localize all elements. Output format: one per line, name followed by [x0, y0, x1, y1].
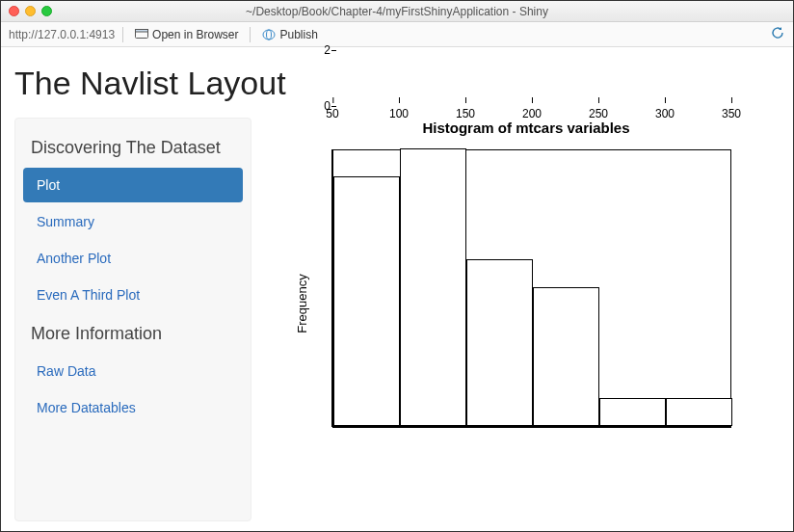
svg-point-2: [263, 30, 275, 40]
refresh-button[interactable]: [770, 25, 785, 43]
x-tick: 250: [589, 107, 608, 120]
y-tick: 4: [313, 0, 331, 2]
plot-frame: [332, 149, 731, 427]
navlist-item-third-plot[interactable]: Even A Third Plot: [23, 278, 243, 312]
navlist-item-summary[interactable]: Summary: [23, 204, 243, 239]
histogram-bar: [666, 398, 732, 426]
histogram-bar: [400, 148, 466, 426]
histogram-bar: [466, 259, 533, 426]
navlist-item-another-plot[interactable]: Another Plot: [23, 241, 243, 276]
navlist-item-raw-data[interactable]: Raw Data: [23, 354, 243, 388]
svg-point-3: [267, 30, 272, 40]
toolbar-separator: [250, 27, 251, 42]
window-title: ~/Desktop/Book/Chapter-4/myFirstShinyApp…: [1, 5, 793, 18]
histogram-bar: [333, 176, 400, 426]
main-body: Discovering The Dataset Plot Summary Ano…: [14, 118, 780, 521]
page-content: The Navlist Layout Discovering The Datas…: [1, 47, 793, 531]
toolbar-separator: [122, 27, 123, 42]
x-tick: 100: [389, 107, 409, 120]
x-tick: 350: [722, 107, 741, 120]
publish-icon: [262, 29, 276, 40]
traffic-lights: [1, 6, 52, 16]
x-axis-line: [332, 427, 731, 428]
y-tick: 2: [313, 43, 331, 57]
plot-panel: Histogram of mtcars variables Frequency …: [273, 118, 780, 521]
close-window-button[interactable]: [9, 6, 19, 16]
navlist-header: More Information: [23, 314, 243, 354]
svg-rect-1: [136, 29, 148, 32]
y-axis-label: Frequency: [295, 274, 309, 332]
navlist-panel: Discovering The Dataset Plot Summary Ano…: [14, 118, 251, 521]
refresh-icon: [770, 25, 785, 40]
open-in-browser-button[interactable]: Open in Browser: [131, 26, 242, 43]
x-tick: 200: [522, 107, 542, 120]
navlist-item-plot[interactable]: Plot: [23, 168, 243, 202]
app-toolbar: http://127.0.0.1:4913 Open in Browser Pu…: [1, 22, 793, 47]
chart-title: Histogram of mtcars variables: [273, 120, 780, 136]
url-display: http://127.0.0.1:4913: [9, 28, 115, 41]
navlist-header: Discovering The Dataset: [23, 128, 243, 168]
window-titlebar: ~/Desktop/Book/Chapter-4/myFirstShinyApp…: [1, 1, 793, 22]
histogram-bar: [533, 287, 599, 426]
publish-button[interactable]: Publish: [258, 26, 321, 43]
x-tick: 50: [326, 107, 338, 120]
open-in-browser-label: Open in Browser: [152, 28, 238, 41]
y-axis-line: [331, 149, 332, 427]
histogram-bar: [599, 398, 666, 426]
x-tick: 300: [655, 107, 675, 120]
browser-icon: [135, 29, 148, 40]
x-tick: 150: [456, 107, 475, 120]
publish-label: Publish: [279, 28, 317, 41]
zoom-window-button[interactable]: [41, 6, 52, 16]
histogram-plot: Frequency 0246810 50100150200250300350: [278, 140, 741, 467]
minimize-window-button[interactable]: [25, 6, 36, 16]
navlist-item-more-datatables[interactable]: More Datatables: [23, 390, 243, 425]
